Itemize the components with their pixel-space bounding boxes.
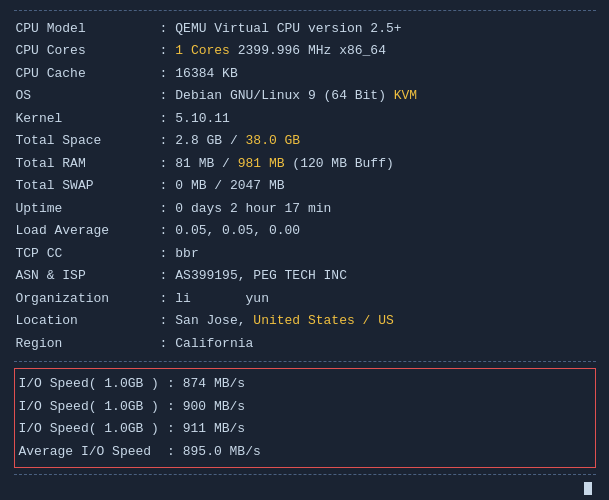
row-colon: : <box>161 418 181 441</box>
cursor-indicator <box>584 482 592 495</box>
row-value: 5.10.11 <box>173 107 595 130</box>
row-colon: : <box>154 17 174 40</box>
table-row: Total RAM : 81 MB / 981 MB (120 MB Buff) <box>14 152 596 175</box>
top-divider <box>14 10 596 11</box>
row-colon: : <box>154 332 174 355</box>
row-colon: : <box>154 197 174 220</box>
row-value: California <box>173 332 595 355</box>
table-row: CPU Cache : 16384 KB <box>14 62 596 85</box>
table-row: Total Space : 2.8 GB / 38.0 GB <box>14 130 596 153</box>
table-row: CPU Cores : 1 Cores 2399.996 MHz x86_64 <box>14 40 596 63</box>
row-value: 0.05, 0.05, 0.00 <box>173 220 595 243</box>
table-row: CPU Model : QEMU Virtual CPU version 2.5… <box>14 17 596 40</box>
row-label: Total RAM <box>14 152 154 175</box>
table-row: Load Average : 0.05, 0.05, 0.00 <box>14 220 596 243</box>
system-info-table: CPU Model : QEMU Virtual CPU version 2.5… <box>14 17 596 355</box>
bottom-divider <box>14 474 596 475</box>
system-info-panel: CPU Model : QEMU Virtual CPU version 2.5… <box>10 0 600 500</box>
table-row: I/O Speed( 1.0GB ) : 911 MB/s <box>17 418 593 441</box>
row-colon: : <box>154 152 174 175</box>
row-label: Average I/O Speed <box>17 440 161 463</box>
row-colon: : <box>154 85 174 108</box>
row-label: I/O Speed( 1.0GB ) <box>17 373 161 396</box>
row-value: 900 MB/s <box>181 395 593 418</box>
row-value: 874 MB/s <box>181 373 593 396</box>
table-row: Region : California <box>14 332 596 355</box>
row-value: 1 Cores 2399.996 MHz x86_64 <box>173 40 595 63</box>
highlight-text: 1 Cores <box>175 43 230 58</box>
row-value: 0 MB / 2047 MB <box>173 175 595 198</box>
row-label: I/O Speed( 1.0GB ) <box>17 395 161 418</box>
row-colon: : <box>154 40 174 63</box>
row-colon: : <box>154 130 174 153</box>
kvm-badge: KVM <box>394 88 417 103</box>
row-label: Organization <box>14 287 154 310</box>
row-label: Total SWAP <box>14 175 154 198</box>
row-value: San Jose, United States / US <box>173 310 595 333</box>
row-label: Load Average <box>14 220 154 243</box>
io-speed-section: I/O Speed( 1.0GB ) : 874 MB/s I/O Speed(… <box>14 368 596 468</box>
row-colon: : <box>154 242 174 265</box>
row-label: ASN & ISP <box>14 265 154 288</box>
row-colon: : <box>161 373 181 396</box>
row-value: 16384 KB <box>173 62 595 85</box>
table-row: TCP CC : bbr <box>14 242 596 265</box>
mid-divider <box>14 361 596 362</box>
table-row: Uptime : 0 days 2 hour 17 min <box>14 197 596 220</box>
io-table: I/O Speed( 1.0GB ) : 874 MB/s I/O Speed(… <box>17 373 593 463</box>
row-value: li yun <box>173 287 595 310</box>
table-row: Total SWAP : 0 MB / 2047 MB <box>14 175 596 198</box>
table-row: Kernel : 5.10.11 <box>14 107 596 130</box>
row-label: Location <box>14 310 154 333</box>
table-row: ASN & ISP : AS399195, PEG TECH INC <box>14 265 596 288</box>
row-value: 895.0 MB/s <box>181 440 593 463</box>
row-value: QEMU Virtual CPU version 2.5+ <box>173 17 595 40</box>
highlight-text: United States / US <box>253 313 393 328</box>
row-label: Uptime <box>14 197 154 220</box>
row-value: 0 days 2 hour 17 min <box>173 197 595 220</box>
row-colon: : <box>154 287 174 310</box>
row-value: Debian GNU/Linux 9 (64 Bit) KVM <box>173 85 595 108</box>
table-row: I/O Speed( 1.0GB ) : 874 MB/s <box>17 373 593 396</box>
table-row: OS : Debian GNU/Linux 9 (64 Bit) KVM <box>14 85 596 108</box>
row-colon: : <box>154 220 174 243</box>
row-colon: : <box>154 310 174 333</box>
row-label: OS <box>14 85 154 108</box>
table-row: Average I/O Speed : 895.0 MB/s <box>17 440 593 463</box>
row-label: Region <box>14 332 154 355</box>
row-label: Total Space <box>14 130 154 153</box>
row-value: bbr <box>173 242 595 265</box>
highlight-text: 981 MB <box>238 156 285 171</box>
row-label: CPU Cache <box>14 62 154 85</box>
row-value: AS399195, PEG TECH INC <box>173 265 595 288</box>
row-label: Kernel <box>14 107 154 130</box>
row-label: I/O Speed( 1.0GB ) <box>17 418 161 441</box>
row-value: 2.8 GB / 38.0 GB <box>173 130 595 153</box>
table-row: Organization : li yun <box>14 287 596 310</box>
row-value: 81 MB / 981 MB (120 MB Buff) <box>173 152 595 175</box>
row-colon: : <box>161 395 181 418</box>
table-row: Location : San Jose, United States / US <box>14 310 596 333</box>
row-label: CPU Cores <box>14 40 154 63</box>
row-value: 911 MB/s <box>181 418 593 441</box>
row-colon: : <box>154 62 174 85</box>
row-colon: : <box>154 265 174 288</box>
row-colon: : <box>154 175 174 198</box>
row-label: CPU Model <box>14 17 154 40</box>
row-colon: : <box>154 107 174 130</box>
table-row: I/O Speed( 1.0GB ) : 900 MB/s <box>17 395 593 418</box>
row-label: TCP CC <box>14 242 154 265</box>
highlight-text: 38.0 GB <box>246 133 301 148</box>
row-colon: : <box>161 440 181 463</box>
